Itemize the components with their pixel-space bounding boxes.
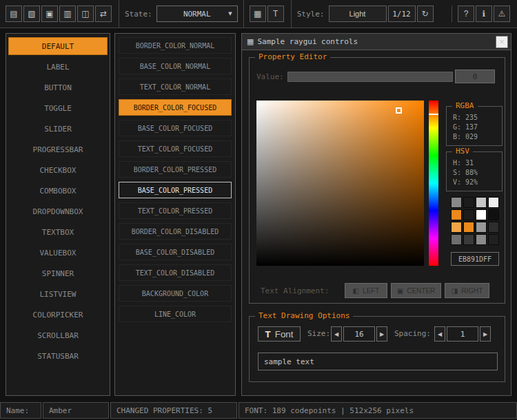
sidebar-item-valuebox[interactable]: VALUEBOX	[8, 244, 108, 262]
sidebar-item-default[interactable]: DEFAULT	[8, 37, 108, 55]
property-item-line-color[interactable]: LINE_COLOR	[119, 306, 232, 322]
hue-bar[interactable]	[429, 101, 438, 266]
palette-swatch[interactable]	[476, 197, 487, 208]
hex-color-input[interactable]: EB891DFF	[451, 252, 499, 266]
state-label: State:	[125, 10, 152, 19]
spacing-increment-button[interactable]: ▶	[480, 326, 491, 342]
reload-style-button[interactable]: ↻	[417, 6, 434, 22]
help-button[interactable]: ?	[458, 6, 474, 22]
palette-swatch[interactable]	[476, 209, 487, 220]
statusbar-font-info: FONT: 189 codepoints | 512x256 pixels	[239, 402, 517, 419]
property-item-text-color-focused[interactable]: TEXT_COLOR_FOCUSED	[119, 140, 232, 157]
property-item-base-color-normal[interactable]: BASE_COLOR_NORMAL	[119, 58, 232, 74]
sidebar-item-toggle[interactable]: TOGGLE	[8, 99, 108, 117]
palette-swatch[interactable]	[451, 197, 462, 208]
sidebar-item-textbox[interactable]: TEXTBOX	[8, 223, 108, 241]
hex-color-text: EB891DFF	[458, 255, 491, 263]
palette-swatch[interactable]	[451, 222, 462, 233]
property-item-border-color-normal[interactable]: BORDER_COLOR_NORMAL	[119, 37, 232, 54]
property-item-base-color-disabled[interactable]: BASE_COLOR_DISABLED	[119, 244, 232, 260]
sample-text-input[interactable]: sample text	[258, 353, 498, 370]
state-dropdown[interactable]: NORMAL ▼	[156, 6, 238, 22]
sidebar-item-listview[interactable]: LISTVIEW	[8, 285, 108, 303]
sidebar-item-dropdownbox[interactable]: DROPDOWNBOX	[8, 202, 108, 220]
property-item-border-color-focused[interactable]: BORDER_COLOR_FOCUSED	[119, 99, 232, 116]
palette-swatch[interactable]	[488, 209, 499, 220]
save-file-button[interactable]: ▣	[41, 6, 58, 22]
sidebar-item-button[interactable]: BUTTON	[8, 78, 108, 96]
property-item-border-color-pressed[interactable]: BORDER_COLOR_PRESSED	[119, 161, 232, 178]
sidebar-item-combobox[interactable]: COMBOBOX	[8, 182, 108, 200]
palette-swatch[interactable]	[476, 222, 487, 233]
sidebar-item-scrollbar[interactable]: SCROLLBAR	[8, 326, 108, 344]
new-file-button[interactable]: ▤	[6, 6, 22, 22]
close-button[interactable]: ×	[496, 36, 508, 48]
export-file-button[interactable]: ▥	[59, 6, 76, 22]
sidebar-item-checkbox[interactable]: CHECKBOX	[8, 161, 108, 179]
property-item-background-color[interactable]: BACKGROUND_COLOR	[119, 285, 232, 302]
text-alignment-label: Text Alignment:	[261, 286, 329, 295]
align-center-button[interactable]: ▣ CENTER	[391, 283, 441, 298]
align-right-button[interactable]: ◨ RIGHT	[445, 283, 489, 298]
palette-swatch[interactable]	[488, 234, 499, 245]
spacing-value-box[interactable]: 1	[447, 326, 478, 342]
property-item-base-color-pressed[interactable]: BASE_COLOR_PRESSED	[119, 182, 232, 198]
value-box[interactable]: 0	[455, 70, 495, 83]
text-drawing-options-group: Text Drawing Options T Font Size: ◀ 16 ▶…	[249, 316, 505, 382]
palette-swatch[interactable]	[476, 234, 487, 245]
property-item-text-color-normal[interactable]: TEXT_COLOR_NORMAL	[119, 78, 232, 95]
window-titlebar[interactable]: ▦ Sample raygui controls ×	[242, 34, 511, 50]
style-name-input[interactable]: Amber	[43, 402, 109, 419]
property-item-border-color-disabled[interactable]: BORDER_COLOR_DISABLED	[119, 223, 232, 240]
window-title: Sample raygui controls	[257, 37, 358, 46]
palette-swatch[interactable]	[451, 234, 462, 245]
sidebar-item-slider[interactable]: SLIDER	[8, 120, 108, 138]
arrow-right-icon: ▶	[380, 331, 384, 337]
property-item-text-color-disabled[interactable]: TEXT_COLOR_DISABLED	[119, 264, 232, 281]
screenshot-icon: ◫	[81, 9, 89, 19]
statusbar-name-label: Name:	[0, 402, 41, 419]
open-file-button[interactable]: ▧	[23, 6, 40, 22]
color-picker-cursor	[396, 107, 402, 114]
screenshot-button[interactable]: ◫	[77, 6, 94, 22]
font-button[interactable]: T Font	[258, 326, 301, 342]
text-view-button[interactable]: T	[267, 6, 284, 22]
spacing-decrement-button[interactable]: ◀	[434, 326, 445, 342]
close-icon: ×	[499, 37, 504, 47]
palette-swatch[interactable]	[463, 234, 474, 245]
toolbar-separator	[119, 0, 119, 28]
palette-swatch[interactable]	[463, 209, 474, 220]
rgba-g-value: G: 137	[453, 123, 502, 131]
palette-swatch[interactable]	[463, 222, 474, 233]
info-icon: ℹ	[483, 9, 486, 19]
property-item-text-color-pressed[interactable]: TEXT_COLOR_PRESSED	[119, 202, 232, 219]
property-item-base-color-focused[interactable]: BASE_COLOR_FOCUSED	[119, 120, 232, 136]
grid-view-button[interactable]: ▦	[250, 6, 266, 22]
property-editor-label: Property Editor	[255, 52, 330, 62]
sidebar-item-colorpicker[interactable]: COLORPICKER	[8, 306, 108, 324]
palette-swatch[interactable]	[488, 197, 499, 208]
style-index-box[interactable]: 1/12	[388, 6, 416, 22]
palette-swatch[interactable]	[463, 197, 474, 208]
palette-swatch[interactable]	[451, 209, 462, 220]
sidebar-item-progressbar[interactable]: PROGRESSBAR	[8, 140, 108, 158]
hsv-group: HSV H: 31 S: 88% V: 92%	[446, 151, 503, 191]
window-icon: ▦	[247, 37, 254, 46]
size-increment-button[interactable]: ▶	[376, 326, 387, 342]
palette-swatch[interactable]	[488, 222, 499, 233]
report-issue-button[interactable]: ⚠	[494, 6, 510, 22]
info-button[interactable]: ℹ	[476, 6, 492, 22]
align-left-button[interactable]: ◧ LEFT	[345, 283, 387, 298]
size-value-box[interactable]: 16	[343, 326, 375, 342]
size-decrement-button[interactable]: ◀	[331, 326, 342, 342]
sidebar-item-statusbar[interactable]: STATUSBAR	[8, 347, 108, 365]
statusbar: Name: Amber CHANGED PROPERTIES: 5 FONT: …	[0, 402, 517, 419]
random-style-button[interactable]: ⇄	[95, 6, 112, 22]
hue-cursor	[429, 114, 438, 115]
controls-list-panel: DEFAULT LABEL BUTTON TOGGLE SLIDER PROGR…	[6, 33, 110, 396]
color-picker-panel[interactable]	[256, 101, 424, 266]
style-name-button[interactable]: Light	[329, 6, 387, 22]
sidebar-item-label[interactable]: LABEL	[8, 58, 108, 76]
value-slider[interactable]	[287, 72, 453, 82]
sidebar-item-spinner[interactable]: SPINNER	[8, 264, 108, 282]
